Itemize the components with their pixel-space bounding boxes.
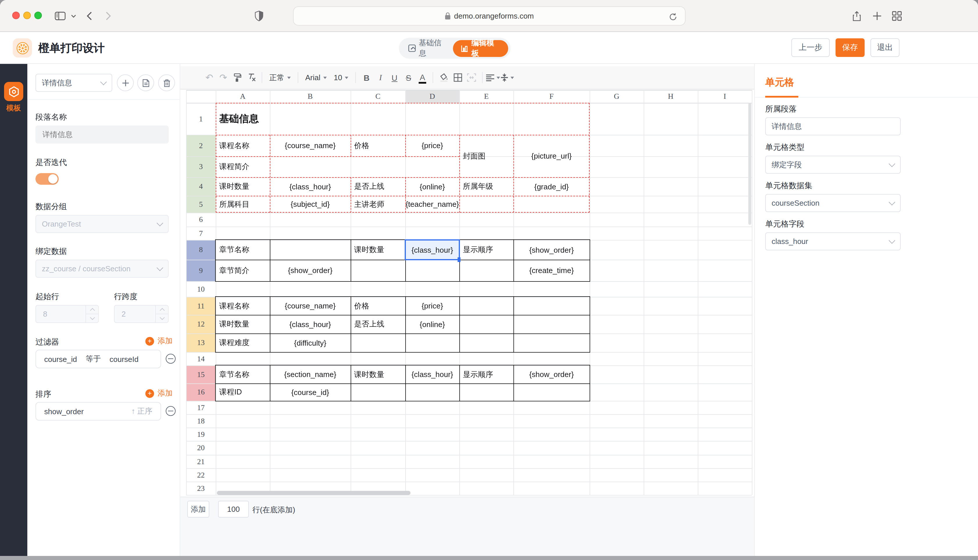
row-header-15[interactable]: 15 (186, 365, 216, 383)
row-header-6[interactable]: 6 (186, 213, 216, 227)
sheet-decoration (216, 135, 590, 135)
cell-type-select[interactable]: 绑定字段 (765, 156, 901, 174)
column-header-C[interactable]: C (351, 90, 405, 103)
cell-dataset-label: 单元格数据集 (765, 181, 812, 191)
sheet-decoration (186, 455, 752, 455)
sheet-decoration (186, 90, 187, 495)
sheet-decoration (216, 156, 459, 157)
sheet-decoration (270, 135, 270, 213)
cell-dataset-select[interactable]: courseSection (765, 194, 901, 212)
sheet-footer: 添加 行(在底添加) (180, 497, 754, 556)
row-header-7[interactable]: 7 (186, 227, 216, 240)
row-header-23[interactable]: 23 (186, 482, 216, 495)
sheet-decoration (270, 297, 270, 352)
add-rows-suffix: 行(在底添加) (252, 505, 295, 515)
sheet-decoration (405, 177, 406, 213)
column-header-F[interactable]: F (513, 90, 590, 103)
sheet-decoration (186, 441, 752, 442)
sheet-decoration (270, 365, 270, 401)
row-header-16[interactable]: 16 (186, 383, 216, 401)
sheet-decoration (459, 135, 460, 213)
sheet-decoration (351, 297, 351, 352)
chevron-down-icon (889, 199, 895, 205)
column-header-B[interactable]: B (270, 90, 351, 103)
chevron-down-icon (889, 160, 895, 167)
browser-window: demo.orangeforms.com 橙单打印设计 基础信息 编辑模板 (0, 0, 978, 560)
sheet-decoration (351, 135, 351, 156)
sheet-decoration (405, 297, 406, 352)
column-header-H[interactable]: H (644, 90, 698, 103)
sheet-decoration (186, 213, 752, 213)
window-bottom-edge (0, 556, 978, 560)
section-solid-outline (215, 239, 590, 282)
column-header-A[interactable]: A (216, 90, 270, 103)
sheet-decoration (216, 196, 590, 197)
row-header-10[interactable]: 10 (186, 281, 216, 297)
fill-handle[interactable] (458, 257, 460, 262)
horizontal-scrollbar[interactable] (217, 491, 411, 495)
sheet-decoration (405, 135, 406, 156)
row-header-2[interactable]: 2 (186, 135, 216, 156)
column-header-D[interactable]: D (405, 90, 459, 103)
sheet-decoration (513, 135, 514, 213)
sheet-decoration (513, 365, 514, 401)
row-header-20[interactable]: 20 (186, 441, 216, 455)
row-header-11[interactable]: 11 (186, 297, 216, 315)
sheet-decoration (186, 227, 752, 227)
column-header-I[interactable]: I (698, 90, 752, 103)
sheet-decoration (351, 177, 351, 213)
sheet-decoration (186, 468, 752, 469)
section-solid-outline (215, 296, 590, 353)
cell-field-label: 单元格字段 (765, 219, 804, 230)
sheet-decoration (590, 90, 590, 495)
section-solid-outline (215, 365, 590, 402)
row-header-5[interactable]: 5 (186, 196, 216, 213)
sheet-decoration (351, 365, 351, 401)
row-header-17[interactable]: 17 (186, 401, 216, 414)
add-rows-button[interactable]: 添加 (187, 501, 209, 518)
cell-properties-panel: 单元格 所属段落 详情信息 单元格类型 绑定字段 单元格数据集 courseSe… (754, 64, 978, 556)
row-header-4[interactable]: 4 (186, 177, 216, 196)
sheet-decoration (216, 177, 590, 178)
sheet-decoration (270, 240, 270, 281)
cell-field-select[interactable]: class_hour (765, 232, 901, 250)
sheet-decoration (216, 260, 590, 260)
sheet-decoration (216, 315, 590, 315)
sheet-decoration (351, 240, 351, 281)
sheet-decoration (644, 90, 644, 495)
sheet-cell-selected[interactable]: {class_hour} (405, 240, 459, 260)
chevron-down-icon (889, 237, 895, 244)
sheet-decoration (186, 495, 752, 495)
row-header-19[interactable]: 19 (186, 428, 216, 441)
row-header-22[interactable]: 22 (186, 468, 216, 482)
sheet-decoration (186, 90, 752, 91)
row-header-9[interactable]: 9 (186, 260, 216, 281)
sheet-decoration (186, 428, 752, 428)
column-header-E[interactable]: E (459, 90, 513, 103)
paragraph-field-input[interactable]: 详情信息 (765, 117, 901, 135)
vertical-scrollbar[interactable] (748, 103, 751, 225)
row-header-12[interactable]: 12 (186, 315, 216, 333)
row-header-21[interactable]: 21 (186, 455, 216, 468)
sheet-decoration (698, 90, 698, 495)
row-header-13[interactable]: 13 (186, 333, 216, 352)
panel-title: 单元格 (765, 76, 794, 89)
sheet-decoration (216, 383, 590, 384)
sheet-decoration (405, 365, 406, 401)
add-rows-count-input[interactable] (218, 501, 249, 518)
sheet-decoration (186, 414, 752, 415)
row-header-3[interactable]: 3 (186, 156, 216, 177)
sheet-decoration (752, 90, 752, 495)
sheet-decoration (186, 482, 752, 482)
sheet-decoration (459, 297, 460, 352)
sheet-decoration (459, 365, 460, 401)
row-header-18[interactable]: 18 (186, 414, 216, 428)
active-tab-indicator (765, 96, 798, 98)
sheet-decoration (216, 333, 590, 334)
sheet-corner[interactable] (186, 90, 216, 103)
row-header-14[interactable]: 14 (186, 352, 216, 365)
row-header-1[interactable]: 1 (186, 103, 216, 135)
row-header-8[interactable]: 8 (186, 240, 216, 260)
paragraph-field-label: 所属段落 (765, 104, 797, 115)
column-header-G[interactable]: G (590, 90, 644, 103)
